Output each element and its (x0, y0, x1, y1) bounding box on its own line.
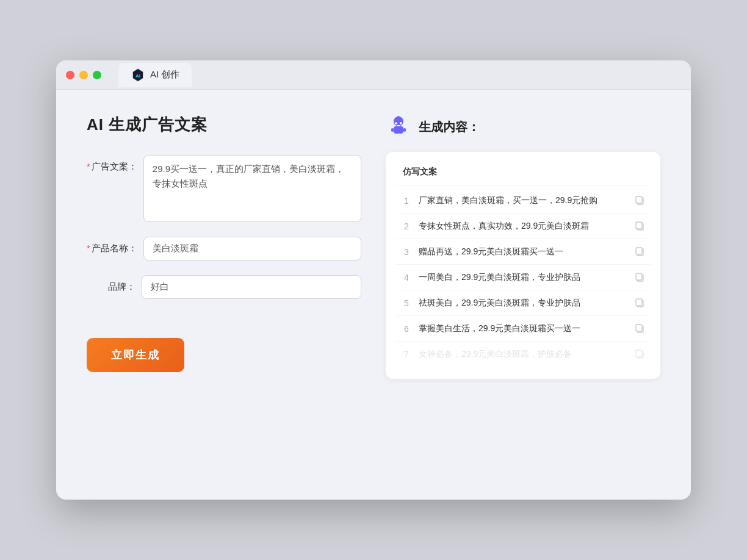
ad-copy-required: * (87, 161, 90, 171)
result-text: 祛斑美白，29.9元美白淡斑霜，专业护肤品 (419, 296, 629, 309)
product-name-group: *产品名称： (87, 237, 361, 260)
list-item: 5祛斑美白，29.9元美白淡斑霜，专业护肤品 (395, 290, 651, 316)
result-title: 生成内容： (419, 119, 480, 135)
result-header: 生成内容： (386, 114, 660, 140)
close-button[interactable] (66, 71, 74, 79)
minimize-button[interactable] (79, 71, 88, 79)
result-num: 1 (400, 196, 413, 206)
copy-icon[interactable] (635, 221, 646, 232)
svg-text:AI: AI (135, 73, 140, 79)
svg-rect-24 (636, 325, 642, 331)
copy-icon[interactable] (635, 323, 646, 334)
ad-copy-input[interactable]: 29.9买一送一，真正的厂家直销，美白淡斑霜，专抹女性斑点 (143, 155, 361, 222)
brand-input[interactable] (142, 275, 361, 299)
page-title: AI 生成广告文案 (87, 114, 361, 135)
ad-copy-label: *广告文案： (87, 155, 137, 173)
result-text: 女神必备，29.9元美白淡斑霜，护肤必备 (419, 348, 629, 361)
ad-copy-group: *广告文案： 29.9买一送一，真正的厂家直销，美白淡斑霜，专抹女性斑点 (87, 155, 361, 222)
main-content: AI 生成广告文案 *广告文案： 29.9买一送一，真正的厂家直销，美白淡斑霜，… (56, 90, 691, 403)
traffic-lights (66, 71, 101, 79)
result-num: 6 (400, 324, 413, 334)
robot-icon (386, 114, 411, 140)
result-num: 5 (400, 298, 413, 308)
list-item: 7女神必备，29.9元美白淡斑霜，护肤必备 (395, 342, 651, 367)
product-name-label: *产品名称： (87, 237, 137, 254)
svg-rect-3 (394, 126, 403, 134)
copy-icon[interactable] (635, 246, 646, 257)
svg-rect-7 (391, 128, 394, 132)
svg-rect-14 (636, 196, 642, 203)
ai-tab[interactable]: AI AI 创作 (118, 63, 192, 87)
copy-icon[interactable] (635, 298, 646, 309)
result-text: 专抹女性斑点，真实功效，29.9元美白淡斑霜 (419, 220, 629, 232)
product-name-required: * (87, 243, 90, 253)
result-num: 7 (400, 350, 413, 359)
svg-rect-8 (403, 128, 406, 132)
result-text: 掌握美白生活，29.9元美白淡斑霜买一送一 (419, 322, 629, 335)
result-text: 厂家直销，美白淡斑霜，买一送一，29.9元抢购 (419, 194, 629, 207)
svg-point-12 (401, 123, 402, 123)
result-num: 4 (400, 273, 413, 282)
list-item: 4一周美白，29.9元美白淡斑霜，专业护肤品 (395, 265, 651, 290)
svg-rect-22 (636, 299, 642, 306)
svg-point-11 (396, 123, 397, 123)
list-item: 6掌握美白生活，29.9元美白淡斑霜买一送一 (395, 316, 651, 342)
right-panel: 生成内容： 仿写文案 1厂家直销，美白淡斑霜，买一送一，29.9元抢购 2专抹女… (386, 114, 660, 379)
browser-window: AI AI 创作 AI 生成广告文案 *广告文案： 29.9买一送一，真正的厂家… (56, 60, 691, 500)
maximize-button[interactable] (93, 71, 101, 79)
ai-icon: AI (131, 68, 145, 82)
svg-rect-20 (636, 273, 642, 280)
result-list: 1厂家直销，美白淡斑霜，买一送一，29.9元抢购 2专抹女性斑点，真实功效，29… (395, 188, 651, 367)
copy-icon[interactable] (635, 195, 646, 206)
svg-rect-26 (636, 350, 642, 357)
result-text: 赠品再送，29.9元美白淡斑霜买一送一 (419, 245, 629, 258)
result-text: 一周美白，29.9元美白淡斑霜，专业护肤品 (419, 271, 629, 284)
product-name-input[interactable] (143, 237, 361, 260)
result-num: 2 (400, 221, 413, 231)
result-box: 仿写文案 1厂家直销，美白淡斑霜，买一送一，29.9元抢购 2专抹女性斑点，真实… (386, 152, 660, 379)
result-col-header: 仿写文案 (395, 164, 651, 185)
list-item: 2专抹女性斑点，真实功效，29.9元美白淡斑霜 (395, 214, 651, 239)
svg-rect-6 (397, 125, 400, 126)
result-num: 3 (400, 247, 413, 257)
brand-label: 品牌： (87, 275, 135, 293)
list-item: 3赠品再送，29.9元美白淡斑霜买一送一 (395, 239, 651, 265)
svg-point-9 (397, 116, 400, 118)
titlebar: AI AI 创作 (56, 60, 691, 90)
svg-rect-16 (636, 222, 642, 229)
svg-rect-18 (636, 248, 642, 254)
left-panel: AI 生成广告文案 *广告文案： 29.9买一送一，真正的厂家直销，美白淡斑霜，… (87, 114, 361, 379)
list-item: 1厂家直销，美白淡斑霜，买一送一，29.9元抢购 (395, 188, 651, 214)
tab-label: AI 创作 (150, 69, 179, 81)
copy-icon[interactable] (635, 349, 646, 360)
generate-button[interactable]: 立即生成 (87, 338, 184, 372)
copy-icon[interactable] (635, 272, 646, 283)
brand-group: 品牌： (87, 275, 361, 299)
